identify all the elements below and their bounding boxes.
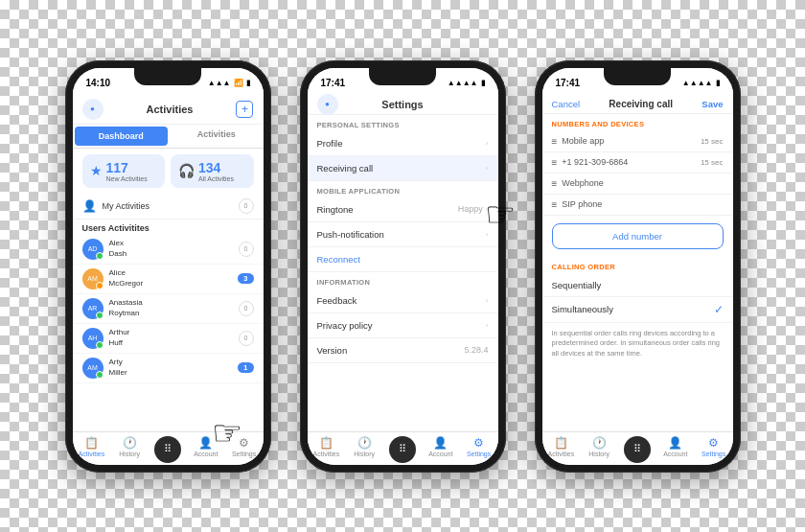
device-row-phone: ≡ +1 921-309-6864 15 sec [542, 152, 733, 173]
user-row-arthur[interactable]: AH ArthurHuff 0 [73, 324, 264, 354]
settings-row-profile[interactable]: Profile › [308, 131, 498, 156]
cancel-button[interactable]: Cancel [552, 99, 581, 109]
calling-row-sequential[interactable]: Sequentially [542, 274, 733, 297]
user-name-alex: AlexDash [109, 239, 127, 259]
settings-row-receiving-call[interactable]: Receiving call › [308, 156, 498, 181]
sequential-label: Sequentially [552, 280, 602, 290]
screen-1: 14:10 ▲▲▲ 📶 ▮ ● Activities + Dashboard A… [73, 68, 264, 465]
drag-icon-sip: ≡ [552, 199, 558, 210]
stat-card-all: 🎧 134 All Activities [171, 154, 254, 188]
calling-row-simultaneous[interactable]: Simultaneously ✓ [542, 297, 733, 323]
user-row-arty[interactable]: AM ArtyMiller 1 [73, 354, 264, 383]
phone-2: 17:41 ▲▲▲▲ ▮ ● Settings PERSONAL SETTING… [300, 60, 506, 473]
user-name-anastasia: AnastasiaRoytman [109, 298, 143, 318]
device-row-mobile: ≡ Mobile app 15 sec [542, 131, 733, 152]
numbers-section-label: NUMBERS AND DEVICES [542, 114, 733, 131]
battery-icon-3: ▮ [716, 79, 720, 87]
settings-title: Settings [381, 99, 423, 110]
settings-icon-1: ⚙ [239, 436, 249, 450]
nav-settings-1[interactable]: ⚙ Settings [225, 436, 264, 463]
wifi-icon: 📶 [234, 79, 243, 87]
profile-label: Profile [317, 138, 343, 149]
nav-account[interactable]: 👤 Account [187, 436, 225, 463]
user-row-alex[interactable]: AD AlexDash 0 [73, 235, 264, 265]
nav-activities-3[interactable]: 📋 Activities [542, 436, 581, 463]
my-activities-text: My Activities [103, 201, 150, 211]
settings-header: ● Settings [308, 95, 498, 115]
phone-1: 14:10 ▲▲▲ 📶 ▮ ● Activities + Dashboard A… [65, 60, 271, 473]
save-button[interactable]: Save [702, 99, 723, 109]
status-icons-3: ▲▲▲▲ ▮ [682, 79, 720, 87]
settings-row-push[interactable]: Push-notification › [308, 222, 498, 247]
user-badge-anastasia: 0 [239, 301, 254, 316]
battery-icon: ▮ [246, 79, 250, 87]
nav-history-2[interactable]: 🕐 History [345, 436, 383, 463]
nav-history[interactable]: 🕐 History [110, 436, 149, 463]
settings-row-feedback[interactable]: Feedback › [308, 289, 498, 313]
user-row-anastasia[interactable]: AR AnastasiaRoytman 0 [73, 294, 264, 324]
time-1: 14:10 [86, 78, 111, 88]
settings-icon-3: ⚙ [708, 436, 719, 450]
settings-row-version: Version 5.28.4 [308, 338, 498, 363]
activities-title: Activities [147, 104, 194, 115]
activities-icon-2: 📋 [319, 436, 334, 450]
star-icon: ★ [90, 163, 103, 178]
tab-dashboard[interactable]: Dashboard [75, 127, 169, 146]
device-name-phone: +1 921-309-6864 [562, 157, 628, 167]
signal-icon-3: ▲▲▲▲ [682, 79, 713, 87]
avatar-arty: AM [82, 358, 104, 379]
nav-activities-2[interactable]: 📋 Activities [308, 436, 346, 463]
settings-row-privacy[interactable]: Privacy policy › [308, 313, 498, 338]
dialpad-icon: ⠿ [154, 436, 181, 463]
stat-card-new: ★ 117 New Activities [82, 154, 166, 188]
nav-settings-2[interactable]: ⚙ Settings [460, 436, 498, 463]
bottom-nav-1: 📋 Activities 🕐 History ⠿ 👤 Account ⚙ Set… [73, 431, 264, 465]
user-name-arthur: ArthurHuff [109, 328, 130, 348]
nav-history-3[interactable]: 🕐 History [580, 436, 618, 463]
drag-icon-phone: ≡ [552, 157, 558, 168]
device-name-sip: SIP phone [562, 199, 602, 209]
simultaneous-label: Simultaneously [552, 304, 613, 314]
add-button-1[interactable]: + [236, 101, 253, 118]
receiving-call-title: Receiving call [609, 99, 673, 109]
chevron-icon: › [486, 139, 489, 148]
person-icon: 👤 [82, 199, 97, 213]
nav-account-3[interactable]: 👤 Account [656, 436, 695, 463]
nav-account-2[interactable]: 👤 Account [422, 436, 460, 463]
user-name-arty: ArtyMiller [109, 358, 127, 378]
bottom-nav-2: 📋 Activities 🕐 History ⠿ 👤 Account ⚙ Set… [308, 431, 498, 465]
calling-description: In sequential order calls ring devices a… [542, 323, 733, 365]
notch-1 [134, 68, 201, 85]
ringtone-label: Ringtone [317, 204, 354, 215]
privacy-label: Privacy policy [317, 320, 373, 331]
dialpad-icon-3: ⠿ [624, 436, 651, 463]
reconnect-label: Reconnect [317, 254, 360, 265]
feedback-label: Feedback [317, 295, 357, 306]
tab-activities[interactable]: Activities [170, 125, 264, 148]
chevron-icon-push: › [486, 230, 489, 239]
device-name-webphone: Webphone [562, 178, 603, 188]
receiving-call-header: Cancel Receiving call Save [542, 95, 733, 114]
my-activities-badge: 0 [239, 198, 254, 214]
my-activities-row[interactable]: 👤 My Activities 0 [73, 194, 264, 220]
logo-1: ● [82, 99, 104, 120]
add-number-button[interactable]: Add number [552, 223, 724, 249]
ringtone-value: Happy [458, 204, 483, 214]
settings-row-ringtone[interactable]: Ringtone Happy › [308, 197, 498, 222]
nav-activities[interactable]: 📋 Activities [73, 436, 111, 463]
signal-icon-2: ▲▲▲▲ [448, 79, 478, 87]
all-activities-count: 134 [198, 160, 234, 175]
time-3: 17:41 [556, 78, 581, 88]
settings-row-reconnect[interactable]: Reconnect [308, 247, 498, 272]
user-row-alice[interactable]: AM AliceMcGregor 3 [73, 265, 264, 294]
user-badge-alex: 0 [239, 242, 254, 257]
status-icons-1: ▲▲▲ 📶 ▮ [208, 79, 250, 87]
nav-dialpad-2[interactable]: ⠿ [383, 436, 422, 463]
nav-settings-3[interactable]: ⚙ Settings [695, 436, 733, 463]
activities-icon: 📋 [84, 436, 99, 450]
nav-dialpad[interactable]: ⠿ [149, 436, 187, 463]
headset-icon: 🎧 [178, 163, 195, 178]
activities-header: ● Activities + [73, 95, 264, 125]
device-time-mobile: 15 sec [701, 137, 724, 146]
nav-dialpad-3[interactable]: ⠿ [618, 436, 656, 463]
